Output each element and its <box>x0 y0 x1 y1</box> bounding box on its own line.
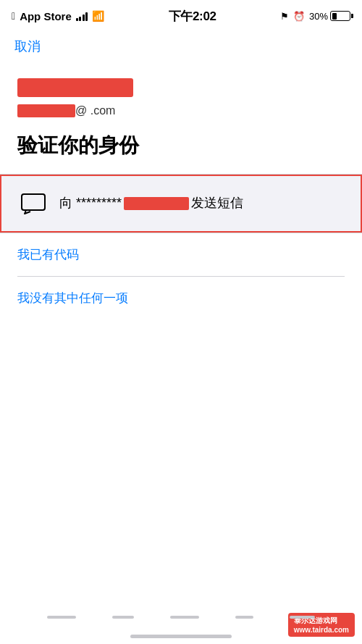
redacted-name-block <box>17 78 133 97</box>
no-options-link[interactable]: 我没有其中任何一项 <box>17 277 345 319</box>
message-icon <box>19 189 48 218</box>
email-row: @ .com <box>17 104 345 117</box>
signal-bar-4 <box>85 12 88 21</box>
battery-fill <box>332 13 337 20</box>
battery-percent: 30% <box>309 11 328 22</box>
wifi-icon: 📶 <box>92 10 104 22</box>
email-domain: @ .com <box>75 104 115 117</box>
app-store-label: App Store <box>20 10 72 22</box>
status-bar:  App Store 📶 下午2:02 ⚑ ⏰ 30% <box>0 0 362 32</box>
sms-text: 向 *********发送短信 <box>59 195 243 212</box>
email-redacted-block <box>17 104 75 117</box>
sms-option-item[interactable]: 向 *********发送短信 <box>0 175 362 233</box>
signal-bar-1 <box>76 18 78 21</box>
svg-rect-0 <box>22 194 45 210</box>
status-time: 下午2:02 <box>169 8 216 25</box>
page-dot-4 <box>235 616 253 619</box>
page-dot-2 <box>112 616 134 619</box>
alarm-icon: ⏰ <box>293 11 305 22</box>
signal-bar-3 <box>83 14 85 21</box>
option-links: 我已有代码 我没有其中任何一项 <box>0 233 362 319</box>
cancel-button[interactable]: 取消 <box>14 38 41 55</box>
sms-prefix: 向 ********* <box>59 196 122 210</box>
main-content: @ .com 验证你的身份 <box>0 64 362 158</box>
apple-icon:  <box>12 10 15 22</box>
home-indicator <box>130 635 232 638</box>
status-left:  App Store 📶 <box>12 10 104 22</box>
battery-icon <box>330 11 350 21</box>
location-icon: ⚑ <box>280 11 289 22</box>
nav-bar: 取消 <box>0 32 362 64</box>
battery-container: 30% <box>309 11 350 22</box>
message-svg <box>20 191 46 217</box>
page-dots <box>0 616 362 619</box>
have-code-link[interactable]: 我已有代码 <box>17 233 345 277</box>
sms-suffix: 发送短信 <box>191 196 243 210</box>
verify-title: 验证你的身份 <box>17 133 345 158</box>
page-dot-1 <box>47 616 76 619</box>
signal-bars <box>76 11 88 21</box>
sms-number-redacted <box>124 197 189 210</box>
page-dot-3 <box>170 616 199 619</box>
page-dot-5 <box>290 616 315 619</box>
status-right: ⚑ ⏰ 30% <box>280 11 350 22</box>
signal-bar-2 <box>79 17 81 21</box>
